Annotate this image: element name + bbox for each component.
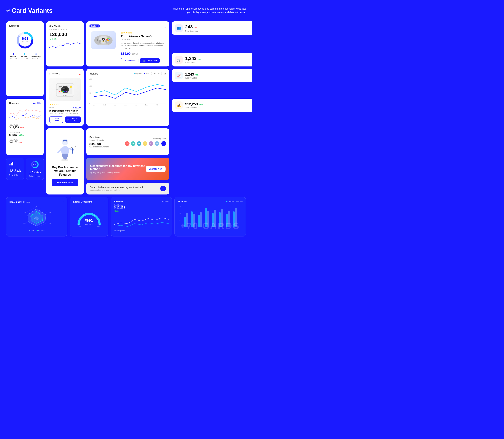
bar-chart-card: Revenue ● Expense ● Earning 40K 10K 5K — [175, 197, 246, 236]
xbox-image-area: X — [89, 31, 117, 49]
new-order-number: 13,346 — [9, 169, 21, 173]
svg-text:snap!: snap! — [63, 95, 67, 96]
radar-chart-area: Jan Feb Mar Apr May Jun — [10, 205, 64, 230]
energy-title: Energy Consuming — [73, 201, 92, 203]
svg-point-64 — [72, 148, 74, 151]
col4-stat1-icon: 📈 — [175, 72, 183, 79]
svg-text:Consumed: Consumed — [85, 223, 93, 225]
camera-product-card: Featured ♥ — [46, 69, 84, 126]
svg-text:0: 0 — [89, 103, 90, 104]
team-arrow-button[interactable]: › — [161, 141, 166, 146]
xbox-price-old: $59.00 — [132, 53, 139, 55]
new-customer-number: 243 +3% — [185, 24, 198, 30]
svg-text:Jun: Jun — [24, 212, 26, 213]
small-stat-new-order: 13,346 New Order — [6, 158, 24, 180]
svg-point-12 — [99, 40, 101, 43]
svg-point-66 — [61, 159, 69, 161]
new-orders-label: New Orders — [185, 61, 201, 64]
page-title: Card Variants — [12, 7, 52, 14]
radar-menu[interactable]: ··· — [61, 200, 64, 203]
xbox-brand: By Microsoft — [121, 38, 166, 40]
xbox-name: Xbox Wireless Game Co... — [121, 35, 166, 38]
team-subtitle: Income this month — [89, 139, 109, 141]
site-traffic-subtitle: Site traffic of this week — [49, 29, 81, 31]
svg-point-92 — [80, 219, 81, 220]
site-traffic-header: Site Traffic ··· — [49, 24, 81, 28]
svg-point-60 — [66, 141, 67, 142]
new-customer-card: 👥 243 +3% New Customer — [172, 21, 252, 35]
col4-stat2-icon: 💰 — [175, 101, 183, 109]
check-detail-button-xbox[interactable]: Check Detail — [121, 58, 139, 63]
star-icon: ✳ — [6, 8, 10, 14]
check-detail-button-camera[interactable]: Check Detail — [49, 116, 63, 123]
visitors-title: Visiters — [89, 72, 98, 75]
col4-stat2: 💰 $12,253 +10% Total Revenue — [172, 99, 252, 112]
svg-text:May: May — [135, 104, 138, 106]
upgrade-now-button[interactable]: Upgrade Now — [146, 166, 165, 172]
svg-text:10K: 10K — [89, 85, 92, 87]
revenue-chart — [9, 107, 41, 121]
team-change: 522 more than last month — [89, 146, 109, 148]
new-orders-icon-box: 🛒 — [175, 56, 183, 64]
grey-circle-button[interactable]: › — [160, 186, 166, 191]
add-to-cart-button-xbox[interactable]: 🛒 Add to Cart — [140, 58, 160, 63]
heart-icon-xbox[interactable]: ♡ — [164, 25, 166, 29]
xbox-rating: ★★★★★ — [121, 31, 166, 34]
add-to-cart-button-camera[interactable]: 🛒 Add to Cart — [65, 116, 81, 123]
svg-point-33 — [70, 86, 72, 88]
team-left: Best team Income this month $442.98 522 … — [89, 136, 109, 148]
promo-grey-title: Get exclusive discounts for any payment … — [90, 186, 143, 189]
earnings-title: Earnings — [9, 24, 41, 27]
svg-point-13 — [105, 40, 107, 43]
svg-text:Apr: Apr — [36, 228, 38, 230]
new-orders-change: +4% — [198, 58, 201, 60]
site-traffic-title: Site Traffic — [49, 25, 61, 27]
avatar-1: JD — [125, 141, 130, 146]
calendar-icon[interactable]: 📅 — [164, 73, 166, 74]
new-orders-number: 1,243 +4% — [185, 56, 201, 61]
earnings-donut: %23 Kitchen — [9, 31, 41, 50]
svg-text:Mar: Mar — [114, 104, 116, 106]
revenue-header: Revenue May 2021 — [9, 102, 41, 104]
avatar-2: MK — [131, 141, 136, 146]
camera-svg: snap! — [51, 79, 79, 100]
header-left: ✳ Card Variants — [6, 7, 52, 14]
svg-text:Volt: Volt — [79, 226, 81, 227]
energy-gauge: %91 Consumed Volt Amp — [75, 205, 103, 229]
last-year-button[interactable]: Last Year — [151, 72, 162, 75]
svg-point-18 — [106, 39, 108, 40]
revenue-mini-change: +10% — [114, 210, 119, 212]
avatar-6: VW — [154, 141, 160, 146]
visitors-chart: 20K 10K 5K 0 Jan Feb Mar — [89, 77, 166, 106]
heart-icon-camera[interactable]: ♥ — [79, 73, 81, 76]
site-traffic-chart — [49, 41, 81, 50]
xbox-info: ★★★★★ Xbox Wireless Game Co... By Micros… — [121, 31, 166, 63]
bottom-grid: Radar Chart Revenue ··· — [6, 197, 246, 236]
xbox-buttons: Check Detail 🛒 Add to Cart — [121, 58, 166, 63]
purchase-now-button[interactable]: Purchase Now — [52, 179, 79, 186]
visitors-header: Visiters Organic Ads Last Year 📅 — [89, 72, 166, 75]
revenue-title: Revenue — [9, 102, 19, 104]
svg-point-97 — [99, 224, 100, 225]
svg-text:Jan: Jan — [93, 104, 95, 106]
header-description: With lots of different ready-to-use card… — [172, 7, 246, 14]
bar-chart-icon — [9, 160, 21, 167]
best-team-card: Best team Income this month $442.98 522 … — [86, 128, 169, 155]
visitors-card: Visiters Organic Ads Last Year 📅 20K 10K… — [86, 69, 169, 126]
buy-pro-illustration — [53, 137, 77, 162]
svg-text:Amp: Amp — [97, 226, 100, 227]
legend-item-marketing: Marketing $5.5 - $870 — [31, 53, 41, 59]
xbox-product-card: Featured ♡ X — [86, 21, 169, 66]
new-orders-card: 🛒 1,243 +4% New Orders — [172, 53, 252, 66]
svg-rect-39 — [62, 91, 64, 92]
revenue-icon: 💰 — [177, 103, 181, 107]
featured-badge: Featured — [89, 24, 100, 27]
total-expense-label: Total Expense — [114, 230, 169, 232]
svg-text:Apr: Apr — [125, 104, 127, 106]
energy-menu[interactable]: ··· — [102, 200, 105, 203]
svg-point-17 — [109, 39, 110, 40]
svg-text:May: May — [24, 222, 26, 224]
site-traffic-menu[interactable]: ··· — [77, 24, 81, 28]
bar-chart-title: Revenue — [178, 200, 187, 203]
new-customer-icon-box: 👥 — [175, 24, 183, 32]
